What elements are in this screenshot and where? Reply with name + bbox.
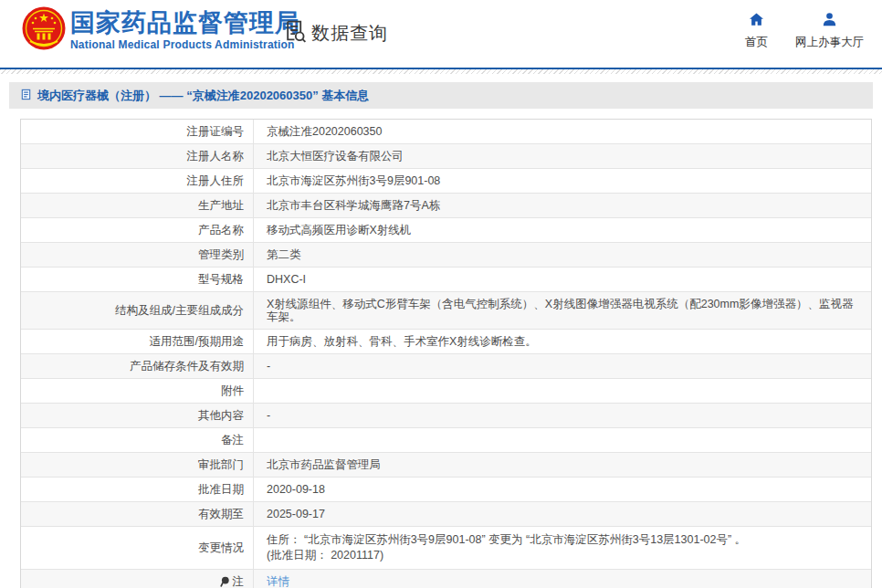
row-label-text: 管理类别 (198, 248, 244, 261)
row-label: 备注 (21, 428, 254, 452)
table-row: 生产地址北京市丰台区科学城海鹰路7号A栋 (21, 194, 871, 218)
row-label: 附件 (21, 379, 254, 403)
row-label: 有效期至 (21, 502, 254, 526)
row-label-text: 审批部门 (198, 458, 244, 471)
row-label: 型号规格 (21, 268, 254, 291)
row-value: 详情 (254, 570, 871, 588)
row-label: 结构及组成/主要组成成分 (21, 292, 254, 329)
row-label-text: 变更情况 (198, 541, 244, 554)
data-query-section[interactable]: 数据查询 (283, 18, 388, 47)
table-row: 注册人名称北京大恒医疗设备有限公司 (21, 144, 871, 169)
row-label: 产品储存条件及有效期 (21, 354, 254, 378)
row-value: 京械注准20202060350 (254, 120, 871, 143)
table-row: 有效期至2025-09-17 (21, 502, 871, 527)
user-icon (821, 11, 838, 31)
details-link[interactable]: 详情 (267, 575, 860, 588)
row-value: 移动式高频医用诊断X射线机 (254, 218, 871, 242)
row-value: - (254, 354, 871, 378)
row-value: 第二类 (254, 243, 871, 267)
row-value: 北京市丰台区科学城海鹰路7号A栋 (254, 194, 871, 217)
row-label: 审批部门 (21, 453, 254, 477)
row-label-text: 其他内容 (198, 409, 244, 422)
nav-home[interactable]: 首页 (745, 11, 768, 50)
row-label: 注册人名称 (21, 144, 254, 168)
row-value (254, 428, 871, 452)
org-name-zh: 国家药品监督管理局 (70, 9, 300, 37)
data-query-icon (283, 18, 308, 47)
row-value: X射线源组件、移动式C形臂车架（含电气控制系统）、X射线图像增强器电视系统（配2… (254, 292, 871, 329)
row-label-text: 产品储存条件及有效期 (130, 360, 244, 373)
table-row: 产品储存条件及有效期- (21, 354, 871, 379)
table-row: 变更情况住所： “北京市海淀区苏州街3号9层901-08” 变更为 “北京市海淀… (21, 527, 871, 570)
table-row: 其他内容- (21, 404, 871, 428)
row-value (254, 379, 871, 403)
site-header: 国家药品监督管理局 National Medical Products Admi… (0, 0, 882, 68)
row-label: 产品名称 (21, 218, 254, 242)
row-label: 批准日期 (21, 478, 254, 501)
row-value: - (254, 404, 871, 427)
table-row: 适用范围/预期用途用于病房、放射科、骨科、手术室作X射线诊断检查。 (21, 330, 871, 354)
top-nav: 首页 网上办事大厅 (745, 11, 864, 50)
table-row: 管理类别第二类 (21, 243, 871, 268)
header-divider-hatch (0, 69, 882, 74)
row-label-text: 适用范围/预期用途 (150, 335, 244, 348)
row-label-text: 注 (233, 575, 245, 588)
main-content: 境内医疗器械（注册） —— “京械注准20202060350” 基本信息 注册证… (0, 82, 882, 588)
info-table: 注册证编号京械注准20202060350注册人名称北京大恒医疗设备有限公司注册人… (20, 119, 872, 588)
row-label-text: 附件 (221, 384, 244, 397)
row-label-text: 有效期至 (198, 508, 244, 520)
national-emblem-logo (22, 6, 66, 50)
row-label: 注 (21, 570, 254, 588)
row-label: 注册人住所 (21, 169, 254, 193)
row-label-text: 注册人住所 (187, 174, 245, 187)
table-row: 批准日期2020-09-18 (21, 478, 871, 502)
bulb-icon (219, 576, 230, 587)
nav-service-hall-label: 网上办事大厅 (795, 35, 864, 50)
row-value: 北京市海淀区苏州街3号9层901-08 (254, 169, 871, 193)
row-value: DHXC-I (254, 268, 871, 291)
row-value: 用于病房、放射科、骨科、手术室作X射线诊断检查。 (254, 330, 871, 353)
row-value: 2020-09-18 (254, 478, 871, 501)
row-label: 管理类别 (21, 243, 254, 267)
nav-home-label: 首页 (745, 35, 768, 50)
table-row: 产品名称移动式高频医用诊断X射线机 (21, 218, 871, 243)
table-row: 结构及组成/主要组成成分X射线源组件、移动式C形臂车架（含电气控制系统）、X射线… (21, 292, 871, 330)
table-row: 附件 (21, 379, 871, 404)
brand-text: 国家药品监督管理局 National Medical Products Admi… (70, 9, 300, 51)
row-label-text: 注册人名称 (187, 150, 245, 163)
row-label-text: 产品名称 (198, 224, 244, 236)
page-title: 境内医疗器械（注册） —— “京械注准20202060350” 基本信息 (37, 88, 369, 104)
row-value: 北京大恒医疗设备有限公司 (254, 144, 871, 168)
row-label: 变更情况 (21, 527, 254, 569)
table-row: 型号规格DHXC-I (21, 268, 871, 292)
nav-service-hall[interactable]: 网上办事大厅 (795, 11, 864, 50)
row-label: 适用范围/预期用途 (21, 330, 254, 353)
table-row: 注详情 (21, 570, 871, 588)
row-label-text: 备注 (221, 434, 244, 446)
document-icon (20, 89, 32, 103)
row-value: 北京市药品监督管理局 (254, 453, 871, 477)
home-icon (748, 11, 765, 31)
table-row: 注册证编号京械注准20202060350 (21, 120, 871, 144)
table-row: 审批部门北京市药品监督管理局 (21, 453, 871, 478)
breadcrumb: 境内医疗器械（注册） —— “京械注准20202060350” 基本信息 (9, 82, 873, 109)
row-label-text: 型号规格 (198, 273, 244, 286)
row-label: 注册证编号 (21, 120, 254, 143)
row-label-text: 批准日期 (198, 483, 244, 496)
row-label-text: 注册证编号 (187, 125, 245, 138)
row-label-text: 生产地址 (198, 199, 244, 212)
row-value: 2025-09-17 (254, 502, 871, 526)
org-name-en: National Medical Products Administration (70, 38, 300, 51)
row-label: 生产地址 (21, 194, 254, 217)
row-value-line: 住所： “北京市海淀区苏州街3号9层901-08” 变更为 “北京市海淀区苏州街… (267, 532, 860, 548)
data-query-label: 数据查询 (311, 21, 388, 46)
row-label-text: 结构及组成/主要组成成分 (115, 304, 244, 317)
row-value: 住所： “北京市海淀区苏州街3号9层901-08” 变更为 “北京市海淀区苏州街… (254, 527, 871, 569)
row-label: 其他内容 (21, 404, 254, 427)
row-value-line: (批准日期： 20201117) (267, 548, 860, 563)
table-row: 注册人住所北京市海淀区苏州街3号9层901-08 (21, 169, 871, 194)
table-row: 备注 (21, 428, 871, 453)
